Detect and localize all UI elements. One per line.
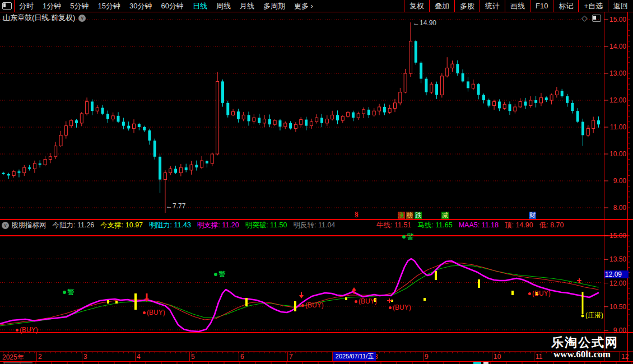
chart-graphics xyxy=(0,0,633,364)
time-axis-label-1: 2 xyxy=(38,353,42,361)
period-tab-6[interactable]: 日线 xyxy=(188,1,212,11)
time-axis-label-9: 10 xyxy=(494,353,501,361)
main-axis-label: 10.00 xyxy=(605,150,626,158)
indicator-last-value-badge: 12.09 xyxy=(604,270,629,278)
toolbar-action-0[interactable]: 复权 xyxy=(404,0,429,12)
main-axis-label: 13.00 xyxy=(605,69,626,77)
time-axis-label-6: 7 xyxy=(289,353,293,361)
divider-badge[interactable]: 跌 xyxy=(415,212,422,219)
series-牛线-red xyxy=(0,263,598,325)
toolbar-action-4[interactable]: 画线 xyxy=(505,0,530,12)
indicator-right-value-3: 顶: 14.90 xyxy=(505,221,533,230)
indicator-value-4: 明支撑: 11.20 xyxy=(197,221,239,230)
period-tab-0[interactable]: 分时 xyxy=(15,1,38,11)
panel-toggle-icon[interactable] xyxy=(592,15,601,22)
selected-date-badge: 2025/07/11/五 xyxy=(333,352,376,361)
divider-badge[interactable]: 减 xyxy=(441,212,449,219)
title-bar: 山东章鼓(日线.前复权) ∨ xyxy=(0,12,602,24)
period-tab-2[interactable]: 5分钟 xyxy=(66,1,93,11)
indicator-right-value-1: 马线: 11.65 xyxy=(417,221,452,230)
section-symbol: § xyxy=(355,211,359,218)
indicator-axis-label: 10.50 xyxy=(605,303,626,311)
period-tab-1[interactable]: 1分钟 xyxy=(38,1,66,11)
divider-badge[interactable]: 榜 xyxy=(406,212,413,219)
diamond-icon[interactable]: ◇ xyxy=(581,13,588,22)
toolbar-action-8[interactable]: 返回 xyxy=(608,0,633,12)
main-gridlines xyxy=(0,20,604,330)
main-axis-label: 12.00 xyxy=(605,96,626,104)
toolbar-action-1[interactable]: 叠加 xyxy=(429,0,454,12)
indicator-value-6: 明反转: 11.04 xyxy=(293,221,335,230)
window-icon xyxy=(2,2,12,10)
period-tabs: 分时1分钟5分钟15分钟30分钟60分钟日线周线月线多周期更多 › xyxy=(15,0,318,12)
period-tab-7[interactable]: 周线 xyxy=(212,1,235,11)
main-axis-label: 15.00 xyxy=(605,16,626,24)
indicator-name: 股朋指标网 xyxy=(11,221,46,230)
indicator-chevron-icon[interactable]: ∨ xyxy=(2,222,9,229)
period-tab-8[interactable]: 月线 xyxy=(235,1,259,11)
main-axis-label: 11.00 xyxy=(605,123,626,131)
window-menu-icon[interactable] xyxy=(0,0,15,12)
main-axis-label: 8.00 xyxy=(605,204,626,212)
time-axis-label-10: 11 xyxy=(536,353,542,361)
period-tab-10[interactable]: 更多 › xyxy=(290,1,318,11)
toolbar-action-6[interactable]: 标记 xyxy=(553,0,578,12)
clipped-statusbar-fragment xyxy=(473,362,481,364)
chart-title: 山东章鼓(日线.前复权) xyxy=(3,13,75,23)
toolbar-action-5[interactable]: F10 xyxy=(530,0,553,12)
indicator-value-1: 今阻力: 11.26 xyxy=(53,221,95,230)
indicator-axis-label: 9.00 xyxy=(605,326,626,334)
app-window: 分时1分钟5分钟15分钟30分钟60分钟日线周线月线多周期更多 › 复权叠加多股… xyxy=(0,0,633,364)
indicator-right-value-4: 低: 8.70 xyxy=(539,221,564,230)
period-tab-4[interactable]: 30分钟 xyxy=(125,1,156,11)
time-axis-label-5: 6 xyxy=(240,353,244,361)
time-axis-label-0: 2025年 xyxy=(2,353,24,362)
toolbar-action-3[interactable]: 统计 xyxy=(480,0,505,12)
divider-badge[interactable]: 财 xyxy=(529,212,536,219)
corner-icons: ◇ xyxy=(581,13,601,22)
indicator-value-2: 今支撑: 10.97 xyxy=(100,221,143,230)
clipped-statusbar-fragment xyxy=(483,362,488,364)
indicator-axis-label: 12.00 xyxy=(605,279,626,287)
toolbar-action-2[interactable]: 多股 xyxy=(454,0,480,12)
indicator-value-5: 明突破: 11.50 xyxy=(245,221,287,230)
indicator-header-right: 牛线: 11.51马线: 11.65MAA5: 11.18顶: 14.90低: … xyxy=(376,221,570,230)
indicator-right-value-2: MAA5: 11.18 xyxy=(459,221,499,229)
clipped-statusbar-fragment xyxy=(3,362,32,363)
indicator-header-left: ∨ 股朋指标网今阻力: 11.26今支撑: 10.97明阻力: 11.43明支撑… xyxy=(2,221,341,230)
time-axis-label-2: 3 xyxy=(83,353,87,361)
indicator-axis-label: 13.50 xyxy=(605,255,626,263)
time-axis-label-4: 5 xyxy=(191,353,195,361)
chevron-down-icon[interactable]: ∨ xyxy=(78,15,86,22)
indicator-value-3: 明阻力: 11.43 xyxy=(149,221,191,230)
period-tab-5[interactable]: 60分钟 xyxy=(156,1,188,11)
period-tab-3[interactable]: 15分钟 xyxy=(93,1,124,11)
time-axis-label-3: 4 xyxy=(137,353,141,361)
frame-lines xyxy=(0,12,633,362)
main-axis-label: 14.00 xyxy=(605,43,626,50)
indicator-right-value-0: 牛线: 11.51 xyxy=(376,221,411,230)
top-toolbar: 分时1分钟5分钟15分钟30分钟60分钟日线周线月线多周期更多 › 复权叠加多股… xyxy=(0,0,633,12)
candlestick-series xyxy=(2,22,600,213)
divider-badge[interactable]: 涨 xyxy=(398,212,405,219)
watermark-url: www.60lt.com xyxy=(553,349,611,360)
series-马线-green xyxy=(0,265,598,326)
main-axis-label: 9.00 xyxy=(605,177,626,185)
time-axis-label-8: 9 xyxy=(425,353,429,361)
toolbar-action-7[interactable]: +自选 xyxy=(578,0,608,12)
indicator-axis-label: 15.00 xyxy=(605,232,626,240)
period-tab-9[interactable]: 多周期 xyxy=(259,1,290,11)
toolbar-actions: 复权叠加多股统计画线F10标记+自选返回 xyxy=(404,0,633,12)
time-axis-label-11: 12 xyxy=(621,353,629,361)
